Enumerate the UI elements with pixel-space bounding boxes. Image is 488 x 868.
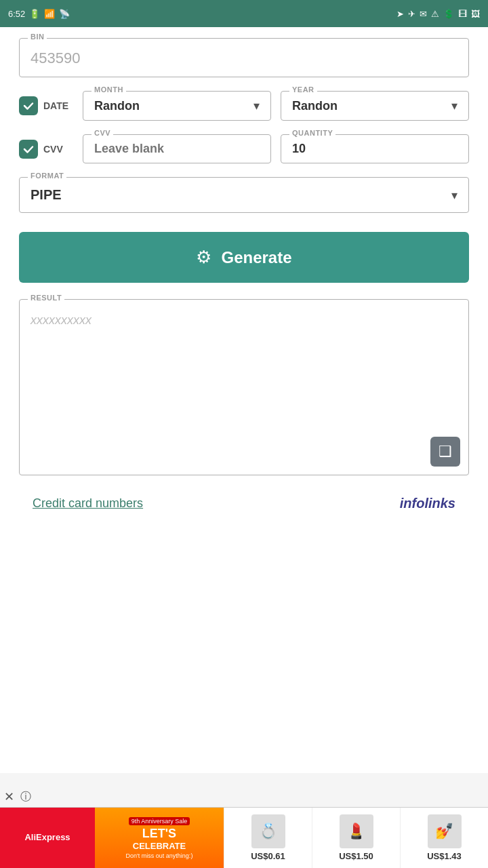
month-chevron-icon: ▾ [253,98,260,113]
gear-icon: ⚙ [196,247,211,268]
infolinks-logo: infolinks [400,496,455,511]
alert-icon: ⚠ [431,9,439,19]
format-chevron-icon: ▾ [451,188,458,203]
credit-card-numbers-link[interactable]: Credit card numbers [33,496,143,511]
result-wrapper: RESULT xxxxxxxxxx ❑ [19,299,469,475]
copy-icon[interactable]: ❑ [430,437,460,467]
quantity-input[interactable] [292,142,458,156]
close-icon[interactable]: ✕ [4,789,14,804]
format-value: PIPE [30,187,62,203]
ad-product-3-price: US$1.43 [427,851,462,861]
cvv-checkbox[interactable] [19,140,38,159]
aliexpress-section[interactable]: AliExpress [0,808,95,868]
ad-product-3[interactable]: 💅 US$1.43 [400,808,488,868]
status-bar: 6:52 🔋 📶 📡 ➤ ✈ ✉ ⚠ 💲 🎞 🖼 [0,0,488,27]
ad-product-2[interactable]: 💄 US$1.50 [312,808,400,868]
ad-product-3-thumb: 💅 [428,814,462,848]
date-checkbox-label[interactable]: DATE [19,96,73,115]
ad-product-2-thumb: 💄 [340,814,373,848]
format-label: FORMAT [28,172,66,180]
date-label: DATE [43,100,68,111]
ad-link-bar: Credit card numbers infolinks [19,489,469,518]
celebrate-label: CELEBRATE [133,841,186,851]
location-icon: ➤ [396,9,404,19]
quantity-label: QUANTITY [289,129,336,137]
status-left: 6:52 🔋 📶 📡 [8,9,70,19]
cvv-label: CVV [43,144,63,155]
cvv-checkbox-label[interactable]: CVV [19,140,73,159]
image-icon: 🖼 [471,9,480,19]
celebrate-banner[interactable]: 9th Anniversary Sale LET'S CELEBRATE Don… [95,808,224,868]
result-text: xxxxxxxxxx [30,311,458,330]
month-label: MONTH [92,85,126,94]
bin-input[interactable] [30,50,458,67]
result-label: RESULT [28,294,64,302]
send-icon: ✈ [408,9,415,19]
signal-icon: 📶 [44,9,55,19]
date-row: DATE MONTH Randon ▾ YEAR Randon ▾ [19,91,469,121]
cvv-input-wrapper[interactable]: CVV [83,134,271,163]
quantity-input-wrapper[interactable]: QUANTITY [281,134,469,163]
dont-miss-label: Don't miss out anything:) [126,852,193,859]
cvv-input-label: CVV [92,129,113,137]
mail-icon: ✉ [420,9,427,19]
format-select-wrapper[interactable]: FORMAT PIPE ▾ [19,177,469,213]
cvv-row: CVV CVV QUANTITY [19,134,469,163]
bottom-ad-bar: AliExpress 9th Anniversary Sale LET'S CE… [0,807,488,868]
generate-label: Generate [221,248,291,267]
anniversary-label: 9th Anniversary Sale [129,817,190,825]
bin-label: BIN [28,33,47,41]
year-select-wrapper[interactable]: YEAR Randon ▾ [281,91,469,121]
info-icon[interactable]: ⓘ [20,790,31,804]
battery-icon: 🔋 [29,9,40,19]
lets-celebrate-label: LET'S [142,827,176,841]
aliexpress-logo: AliExpress [24,832,70,842]
status-time: 6:52 [8,9,25,19]
copy-icon-symbol: ❑ [439,443,452,460]
infolinks-text: infolinks [400,496,455,511]
generate-button[interactable]: ⚙ Generate [19,232,469,283]
ad-product-1-thumb: 💍 [251,814,285,848]
ad-product-1-price: US$0.61 [251,851,285,861]
camera-icon: 🎞 [458,9,467,19]
ad-product-2-price: US$1.50 [339,851,373,861]
month-value: Randon [94,99,140,113]
cvv-input[interactable] [94,142,260,156]
ad-product-1[interactable]: 💍 US$0.61 [224,808,312,868]
bin-field-wrapper: BIN [19,38,469,77]
year-value: Randon [292,99,338,113]
year-chevron-icon: ▾ [451,98,458,113]
main-content: BIN DATE MONTH Randon ▾ YEAR Randon [0,27,488,773]
status-right: ➤ ✈ ✉ ⚠ 💲 🎞 🖼 [396,9,480,19]
date-checkbox[interactable] [19,96,38,115]
wifi-icon: 📡 [59,9,70,19]
year-label: YEAR [289,85,317,94]
dollar-icon: 💲 [443,9,454,19]
month-select-wrapper[interactable]: MONTH Randon ▾ [83,91,271,121]
